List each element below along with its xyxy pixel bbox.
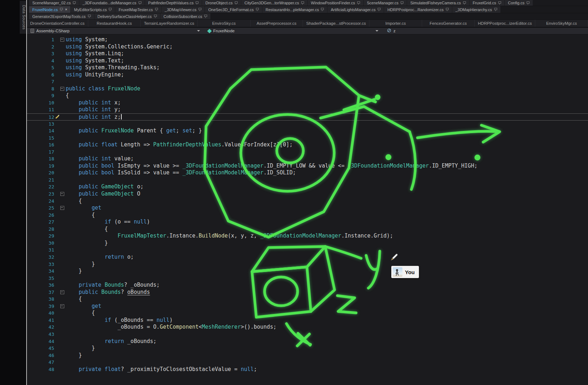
code-line-40[interactable]: 40 { xyxy=(27,310,588,317)
code-line-33[interactable]: 33 } xyxy=(27,261,588,268)
code-line-1[interactable]: 1using System; xyxy=(27,36,588,43)
code-line-5[interactable]: 5using System.Threading.Tasks; xyxy=(27,64,588,71)
fold-collapse-icon[interactable] xyxy=(59,205,66,212)
code-line-10[interactable]: 10 public int x; xyxy=(27,99,588,107)
code-line-17[interactable]: 17 xyxy=(27,149,588,156)
tab-collisionsubscriber-cs[interactable]: CollisionSubscriber.cs xyxy=(160,13,211,19)
code-line-25[interactable]: 25 get xyxy=(27,205,588,212)
code-line-39[interactable]: 39 get xyxy=(27,303,588,310)
fold-collapse-icon[interactable] xyxy=(59,289,66,296)
pin-icon[interactable] xyxy=(357,1,360,5)
pin-icon[interactable] xyxy=(73,1,76,5)
pin-icon[interactable] xyxy=(88,15,91,18)
tab--3dfoundatio-delmanager-cs[interactable]: _3DFoundatio...delManager.cs xyxy=(79,0,145,6)
code-line-23[interactable]: 23 public GameObject O xyxy=(27,191,588,198)
code-line-47[interactable]: 47 xyxy=(27,359,588,366)
member-dropdown[interactable]: z xyxy=(381,28,588,34)
pin-icon[interactable] xyxy=(256,8,259,11)
code-line-37[interactable]: 37 public Bounds? oBounds xyxy=(27,289,588,296)
tab-scenemanager-cs[interactable]: SceneManager.cs xyxy=(364,0,407,6)
pin-icon[interactable] xyxy=(321,8,324,11)
tab-config-cs[interactable]: Config.cs xyxy=(505,0,533,6)
type-dropdown[interactable]: FruxelNode xyxy=(203,28,381,34)
code-line-16[interactable]: 16 public float Length => PathfinderDept… xyxy=(27,141,588,149)
pin-icon[interactable] xyxy=(154,15,157,18)
tab-shaderpackage-stprocessor-cs[interactable]: ShaderPackage...stProcessor.cs xyxy=(303,20,369,27)
code-line-43[interactable]: 43 xyxy=(27,331,588,338)
tab-droneobject-cs[interactable]: DroneObject.cs xyxy=(202,0,241,6)
pin-icon[interactable] xyxy=(494,8,497,11)
tab-windowpositionfinder-cs[interactable]: WindowPositionFinder.cs xyxy=(308,0,363,6)
code-line-14[interactable]: 14 public FruxelNode Parent { get; set; … xyxy=(27,127,588,135)
pin-icon[interactable] xyxy=(400,1,403,5)
fold-collapse-icon[interactable] xyxy=(59,85,66,93)
code-line-7[interactable]: 7 xyxy=(27,78,588,85)
tab-hdrppostproc-izereditor-cs[interactable]: HDRPPostproc...izerEditor.cs xyxy=(475,20,535,27)
code-editor[interactable]: 1using System;2using System.Collections.… xyxy=(27,34,588,385)
tab-fruxelgrid-cs[interactable]: FruxelGrid.cs xyxy=(470,0,504,6)
code-line-36[interactable]: 36 private Bounds? _oBounds; xyxy=(27,282,588,289)
tab--3dmaphierarchy-cs[interactable]: _3DMapHierarchy.cs xyxy=(452,6,500,13)
tab-artificiallightsmanager-cs[interactable]: ArtificialLightsManager.cs xyxy=(327,6,384,13)
code-line-46[interactable]: 46 } xyxy=(27,352,588,359)
fold-collapse-icon[interactable] xyxy=(59,303,66,310)
chevron-down-icon[interactable] xyxy=(375,30,378,32)
tab-generator2exportmaptools-cs[interactable]: Generator2ExportMapTools.cs xyxy=(29,13,94,19)
code-line-12[interactable]: 12 public int z; xyxy=(27,113,588,121)
tab-pathfinderdepthvalues-cs[interactable]: PathfinderDepthValues.cs xyxy=(145,0,202,6)
tab--3dmapviewer-cs[interactable]: _3DMapViewer.cs xyxy=(162,6,205,13)
tab-restaurantho-plemanager-cs[interactable]: RestaurantHo...pleManager.cs xyxy=(262,6,327,13)
code-line-38[interactable]: 38 { xyxy=(27,296,588,303)
tab-fencesgenerator-cs[interactable]: FencesGenerator.cs xyxy=(422,20,475,27)
project-dropdown[interactable]: Assembly-CSharp xyxy=(27,28,203,34)
tab-simulatedfisheyecamera-cs[interactable]: SimulatedFisheyeCamera.cs xyxy=(407,0,469,6)
tab-enviroskymgr-cs[interactable]: EnviroSkyMgr.cs xyxy=(535,20,588,27)
code-line-28[interactable]: 28 { xyxy=(27,226,588,233)
tab-droneorientationcontroller-cs[interactable]: DroneOrientationController.cs xyxy=(27,20,88,27)
fold-collapse-icon[interactable] xyxy=(59,191,66,198)
code-line-41[interactable]: 41 if (_oBounds == null) xyxy=(27,317,588,324)
pin-icon[interactable] xyxy=(526,1,529,5)
tab-hdrppostproc-randomizer-cs[interactable]: HDRPPostproc...Randomizer.cs xyxy=(384,6,452,13)
code-line-24[interactable]: 24 { xyxy=(27,198,588,205)
code-line-8[interactable]: 8public class FruxelNode xyxy=(27,85,588,93)
tab-envirosky-cs[interactable]: EnviroSky.cs xyxy=(198,20,251,27)
pin-icon[interactable] xyxy=(301,1,304,5)
tab-myeditorscripts-cs[interactable]: MyEditorScripts.cs xyxy=(71,6,115,13)
pin-icon[interactable] xyxy=(445,8,449,11)
code-line-20[interactable]: 20 public bool IsSolid => value == _3DFo… xyxy=(27,169,588,177)
tab-citygen3dgen-torwrapper-cs[interactable]: CityGen3DGen...torWrapper.cs xyxy=(241,0,307,6)
code-line-45[interactable]: 45 } xyxy=(27,345,588,352)
code-line-13[interactable]: 13 xyxy=(27,121,588,128)
code-line-30[interactable]: 30 } xyxy=(27,240,588,247)
tab-importer-cs[interactable]: Importer.cs xyxy=(369,20,422,27)
code-line-42[interactable]: 42 _oBounds = O.GetComponent<MeshRendere… xyxy=(27,324,588,331)
tab-onesec3d-fileformat-cs[interactable]: OneSec3D_FileFormat.cs xyxy=(205,6,262,13)
tab-fruxelnode-cs[interactable]: FruxelNode.cs× xyxy=(29,6,70,13)
code-line-21[interactable]: 21 xyxy=(27,177,588,184)
panel-divider[interactable] xyxy=(26,0,27,385)
tab-restauranthook-cs[interactable]: RestaurantHook.cs xyxy=(88,20,141,27)
pin-icon[interactable] xyxy=(138,1,141,5)
pin-icon[interactable] xyxy=(195,1,199,5)
data-sources-panel-tab[interactable]: Data Sources xyxy=(20,1,26,34)
pin-icon[interactable] xyxy=(60,8,63,11)
code-line-31[interactable]: 31 xyxy=(27,247,588,254)
close-icon[interactable]: × xyxy=(65,8,67,11)
code-line-29[interactable]: 29 FruxelMapTester.Instance.BuildNode(x,… xyxy=(27,233,588,240)
tab-terrainlayerrandomizer-cs[interactable]: TerrainLayerRandomizer.cs xyxy=(141,20,198,27)
code-line-11[interactable]: 11 public int y; xyxy=(27,106,588,113)
code-line-34[interactable]: 34 } xyxy=(27,268,588,275)
code-line-26[interactable]: 26 { xyxy=(27,212,588,219)
code-line-27[interactable]: 27 if (o == null) xyxy=(27,219,588,226)
code-line-44[interactable]: 44 return _oBounds; xyxy=(27,338,588,345)
pin-icon[interactable] xyxy=(234,1,238,5)
code-line-4[interactable]: 4using System.Text; xyxy=(27,57,588,65)
code-line-2[interactable]: 2using System.Collections.Generic; xyxy=(27,43,588,51)
tab-deliverysurfaceclasshelper-cs[interactable]: DeliverySurfaceClassHelper.cs xyxy=(94,13,160,19)
pin-icon[interactable] xyxy=(204,15,207,18)
pin-icon[interactable] xyxy=(498,1,501,5)
code-line-15[interactable]: 15 xyxy=(27,135,588,142)
pin-icon[interactable] xyxy=(377,8,381,11)
code-line-32[interactable]: 32 return o; xyxy=(27,254,588,261)
